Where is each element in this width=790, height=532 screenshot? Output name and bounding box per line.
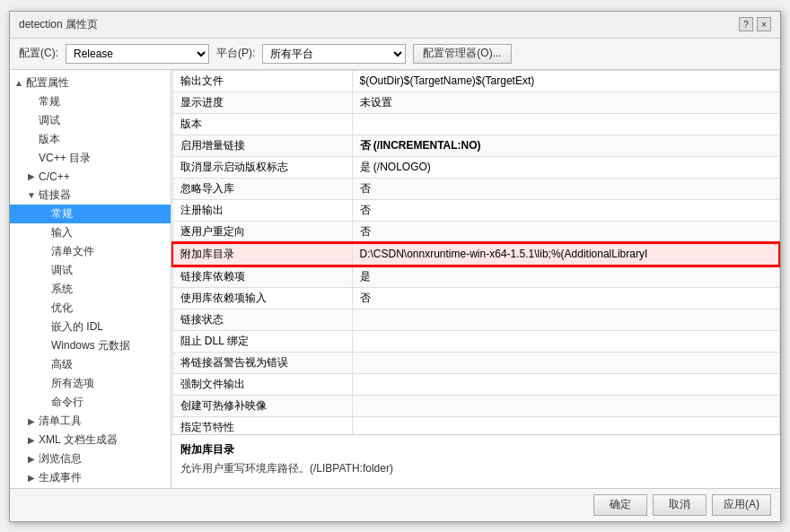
sidebar-item-version[interactable]: 版本 [10, 130, 171, 149]
tree-toggle-linker-debug [37, 263, 51, 277]
property-name: 忽略导入库 [172, 178, 352, 199]
tree-label-linker-all: 所有选项 [51, 376, 94, 391]
sidebar-item-linker-all[interactable]: 所有选项 [10, 374, 171, 393]
property-name: 强制文件输出 [172, 373, 352, 395]
property-value [352, 416, 779, 434]
sidebar-item-linker-input[interactable]: 输入 [10, 223, 171, 242]
tree-label-linker-cmd: 命令行 [51, 395, 83, 410]
tree-toggle-browse-info: ▶ [24, 451, 39, 466]
sidebar-item-xml-doc[interactable]: ▶XML 文档生成器 [10, 431, 171, 449]
tree-label-linker-opt: 优化 [51, 301, 73, 316]
table-row[interactable]: 启用增量链接否 (/INCREMENTAL:NO) [172, 135, 779, 156]
property-value: 未设置 [352, 92, 779, 113]
sidebar-item-linker-system[interactable]: 系统 [10, 280, 171, 299]
sidebar-item-linker-debug[interactable]: 调试 [10, 261, 171, 280]
property-value: 否 (/INCREMENTAL:NO) [352, 135, 779, 156]
table-row[interactable]: 版本 [172, 113, 779, 135]
sidebar-item-linker-windows-meta[interactable]: Windows 元数据 [10, 336, 171, 355]
table-row[interactable]: 附加库目录D:\CSDN\onnxruntime-win-x64-1.5.1\l… [172, 243, 779, 266]
tree-label-linker: 链接器 [39, 188, 71, 203]
sidebar-item-config-props[interactable]: ▲配置属性 [10, 74, 171, 92]
property-name: 显示进度 [172, 92, 352, 113]
right-panel: 输出文件$(OutDir)$(TargetName)$(TargetExt)显示… [171, 70, 780, 488]
sidebar-item-debug[interactable]: 调试 [10, 111, 171, 130]
property-name: 将链接器警告视为错误 [172, 352, 352, 373]
sidebar-item-linker-embedded-idl[interactable]: 嵌入的 IDL [10, 318, 171, 336]
table-row[interactable]: 链接状态 [172, 309, 779, 330]
tree-label-linker-system: 系统 [51, 282, 73, 297]
table-row[interactable]: 逐用户重定向否 [172, 221, 779, 243]
table-row[interactable]: 注册输出否 [172, 199, 779, 221]
dialog-title: detection 属性页 [19, 17, 98, 32]
properties-table: 输出文件$(OutDir)$(TargetName)$(TargetExt)显示… [171, 70, 780, 434]
tree-toggle-linker-windows-meta [37, 338, 51, 353]
cancel-button[interactable]: 取消 [653, 494, 707, 516]
table-row[interactable]: 输出文件$(OutDir)$(TargetName)$(TargetExt) [172, 70, 779, 92]
help-button[interactable]: ? [739, 17, 753, 31]
table-row[interactable]: 使用库依赖项输入否 [172, 287, 779, 309]
sidebar-item-vc-dirs[interactable]: VC++ 目录 [10, 149, 171, 168]
sidebar-item-linker[interactable]: ▼链接器 [10, 186, 171, 205]
tree-toggle-linker-general [37, 206, 51, 221]
table-row[interactable]: 将链接器警告视为错误 [172, 352, 779, 373]
title-bar: detection 属性页 ? × [10, 12, 780, 39]
table-row[interactable]: 忽略导入库否 [172, 178, 779, 199]
property-name: 启用增量链接 [172, 135, 352, 156]
sidebar-item-browse-info[interactable]: ▶浏览信息 [10, 449, 171, 468]
footer: 确定 取消 应用(A) [10, 488, 780, 521]
table-row[interactable]: 链接库依赖项是 [172, 266, 779, 288]
property-name: 附加库目录 [172, 243, 352, 266]
sidebar-item-manifest-tool[interactable]: ▶清单工具 [10, 412, 171, 431]
property-value: 否 [352, 199, 779, 221]
config-manager-button[interactable]: 配置管理器(O)... [413, 44, 511, 64]
property-value [352, 373, 779, 395]
properties-dialog: detection 属性页 ? × 配置(C): Release 平台(P): … [9, 11, 781, 522]
apply-button[interactable]: 应用(A) [712, 494, 771, 516]
sidebar-item-linker-manifest[interactable]: 清单文件 [10, 242, 171, 261]
sidebar-item-linker-general[interactable]: 常规 [10, 205, 171, 223]
table-row[interactable]: 阻止 DLL 绑定 [172, 330, 779, 352]
sidebar-item-cpp[interactable]: ▶C/C++ [10, 168, 171, 186]
property-name: 逐用户重定向 [172, 221, 352, 243]
tree-label-linker-input: 输入 [51, 225, 73, 240]
property-name: 使用库依赖项输入 [172, 287, 352, 309]
tree-label-browse-info: 浏览信息 [39, 451, 82, 467]
tree-label-cpp: C/C++ [39, 170, 70, 183]
property-value: 否 [352, 221, 779, 243]
table-row[interactable]: 指定节特性 [172, 416, 779, 434]
description-text: 允许用户重写环境库路径。(/LIBPATH:folder) [180, 461, 771, 476]
config-select[interactable]: Release [66, 44, 209, 64]
main-content: ▲配置属性常规调试版本VC++ 目录▶C/C++▼链接器常规输入清单文件调试系统… [10, 70, 780, 488]
tree-toggle-debug [24, 113, 39, 127]
tree-toggle-linker-manifest [37, 244, 51, 258]
sidebar-item-linker-advanced[interactable]: 高级 [10, 355, 171, 374]
tree-toggle-cpp: ▶ [24, 170, 39, 184]
close-button[interactable]: × [757, 17, 771, 31]
table-row[interactable]: 取消显示启动版权标志是 (/NOLOGO) [172, 156, 779, 178]
property-value: $(OutDir)$(TargetName)$(TargetExt) [352, 70, 779, 92]
sidebar-item-linker-cmd[interactable]: 命令行 [10, 393, 171, 412]
tree-toggle-linker: ▼ [24, 188, 39, 202]
tree-label-linker-advanced: 高级 [51, 357, 73, 372]
tree-toggle-linker-system [37, 282, 51, 296]
tree-label-config-props: 配置属性 [26, 75, 69, 91]
tree-label-vc-dirs: VC++ 目录 [39, 151, 91, 166]
property-value: 是 [352, 266, 779, 288]
tree-label-linker-manifest: 清单文件 [51, 244, 94, 259]
table-row[interactable]: 创建可热修补映像 [172, 395, 779, 416]
property-name: 版本 [172, 113, 352, 135]
platform-select[interactable]: 所有平台 [262, 44, 406, 64]
sidebar-item-build-events[interactable]: ▶生成事件 [10, 468, 171, 487]
property-name: 取消显示启动版权标志 [172, 156, 352, 178]
property-value [352, 352, 779, 373]
property-value [352, 113, 779, 135]
tree-toggle-general [24, 94, 39, 109]
sidebar-item-linker-opt[interactable]: 优化 [10, 299, 171, 318]
config-label: 配置(C): [19, 46, 58, 61]
table-row[interactable]: 强制文件输出 [172, 373, 779, 395]
ok-button[interactable]: 确定 [593, 494, 647, 516]
sidebar-item-general[interactable]: 常规 [10, 92, 171, 111]
table-row[interactable]: 显示进度未设置 [172, 92, 779, 113]
property-name: 创建可热修补映像 [172, 395, 352, 416]
property-value [352, 330, 779, 352]
